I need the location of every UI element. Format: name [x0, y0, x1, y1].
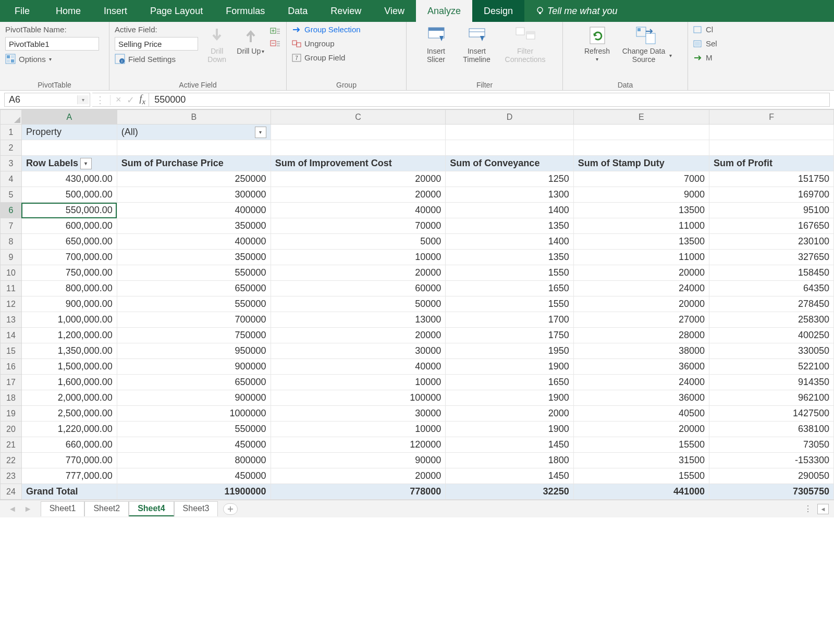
cell[interactable]: 1,000,000.00 [21, 312, 117, 328]
clear-button[interactable]: Cl [693, 25, 717, 34]
cell[interactable]: 230100 [709, 234, 834, 250]
cell[interactable]: 400000 [117, 203, 271, 218]
cell[interactable] [573, 140, 709, 156]
cell[interactable]: 27000 [573, 312, 709, 328]
col-head-C[interactable]: C [271, 110, 446, 125]
cell[interactable]: 24000 [573, 375, 709, 390]
cell[interactable]: 11900000 [117, 484, 271, 500]
cell[interactable]: 32250 [446, 484, 573, 500]
cell[interactable]: 30000 [271, 406, 446, 422]
cell[interactable]: 290050 [709, 468, 834, 484]
filter-dropdown-button[interactable]: ▾ [80, 158, 92, 169]
insert-timeline-button[interactable]: Insert Timeline [459, 25, 495, 64]
cell[interactable]: 10000 [271, 250, 446, 265]
cell[interactable]: 7305750 [709, 484, 834, 500]
cell[interactable]: 600,000.00 [21, 218, 117, 234]
row-head-10[interactable]: 10 [1, 265, 22, 281]
cell[interactable]: 5000 [271, 234, 446, 250]
move-button[interactable]: M [693, 53, 717, 62]
cell[interactable] [446, 125, 573, 140]
cell[interactable]: 900000 [117, 359, 271, 375]
cell[interactable]: 9000 [573, 187, 709, 203]
row-head-9[interactable]: 9 [1, 250, 22, 265]
tab-insert[interactable]: Insert [92, 0, 139, 22]
cell[interactable]: 750,000.00 [21, 265, 117, 281]
tab-review[interactable]: Review [319, 0, 373, 22]
cell[interactable]: Sum of Purchase Price [117, 156, 271, 171]
cell[interactable]: 40000 [271, 359, 446, 375]
row-head-12[interactable]: 12 [1, 296, 22, 312]
row-head-6[interactable]: 6 [1, 203, 22, 218]
cell[interactable]: 700,000.00 [21, 250, 117, 265]
sheet-tab-Sheet4[interactable]: Sheet4 [129, 501, 174, 516]
cell[interactable] [117, 140, 271, 156]
cell[interactable]: 151750 [709, 171, 834, 187]
tell-me[interactable]: Tell me what you [524, 0, 629, 22]
cell[interactable]: 36000 [573, 359, 709, 375]
cell[interactable]: 20000 [271, 265, 446, 281]
sheet-tab-Sheet1[interactable]: Sheet1 [41, 501, 85, 516]
tab-view[interactable]: View [373, 0, 416, 22]
cell[interactable]: 350000 [117, 218, 271, 234]
ungroup-button[interactable]: Ungroup [292, 39, 361, 48]
cell[interactable]: 1800 [446, 453, 573, 468]
cell[interactable]: 50000 [271, 296, 446, 312]
cell[interactable]: 36000 [573, 390, 709, 406]
cell[interactable] [271, 140, 446, 156]
row-head-11[interactable]: 11 [1, 281, 22, 296]
cell[interactable]: 15500 [573, 437, 709, 453]
pivottable-name-input[interactable]: PivotTable1 [5, 37, 99, 51]
sheet-tab-Sheet3[interactable]: Sheet3 [174, 501, 218, 516]
cell[interactable]: 20000 [271, 171, 446, 187]
cell[interactable]: 1950 [446, 343, 573, 359]
cell[interactable]: 550,000.00 [21, 203, 117, 218]
cell[interactable]: 1400 [446, 203, 573, 218]
cell[interactable]: 20000 [573, 296, 709, 312]
cell[interactable]: 15500 [573, 468, 709, 484]
cell[interactable]: (All)▾ [117, 125, 271, 140]
cell[interactable]: 10000 [271, 375, 446, 390]
cell[interactable]: 167650 [709, 218, 834, 234]
cell[interactable]: 1450 [446, 437, 573, 453]
cell[interactable]: 400000 [117, 234, 271, 250]
cell[interactable]: 300000 [117, 187, 271, 203]
cell[interactable]: 350000 [117, 250, 271, 265]
confirm-icon[interactable]: ✓ [127, 94, 134, 106]
cell[interactable]: 770,000.00 [21, 453, 117, 468]
cell[interactable]: Sum of Profit [709, 156, 834, 171]
cell[interactable]: 330050 [709, 343, 834, 359]
row-head-8[interactable]: 8 [1, 234, 22, 250]
expand-field-button[interactable] [269, 27, 281, 34]
tab-home[interactable]: Home [44, 0, 92, 22]
cell[interactable] [21, 140, 117, 156]
cell[interactable]: 650000 [117, 281, 271, 296]
row-head-1[interactable]: 1 [1, 125, 22, 140]
cell[interactable]: 2000 [446, 406, 573, 422]
row-head-7[interactable]: 7 [1, 218, 22, 234]
row-head-4[interactable]: 4 [1, 171, 22, 187]
cell[interactable]: 550000 [117, 265, 271, 281]
cancel-icon[interactable]: × [116, 94, 121, 105]
cell[interactable]: 31500 [573, 453, 709, 468]
cell[interactable]: 7000 [573, 171, 709, 187]
cell[interactable]: 120000 [271, 437, 446, 453]
cell[interactable]: 1,200,000.00 [21, 328, 117, 343]
col-head-F[interactable]: F [709, 110, 834, 125]
cell[interactable] [271, 125, 446, 140]
field-settings-button[interactable]: i Field Settings [115, 54, 198, 64]
sheet-nav-next[interactable]: ► [24, 504, 32, 514]
cell[interactable]: 73050 [709, 437, 834, 453]
cell[interactable]: 20000 [573, 265, 709, 281]
cell[interactable]: 20000 [573, 422, 709, 437]
cell[interactable]: 20000 [271, 328, 446, 343]
row-head-15[interactable]: 15 [1, 343, 22, 359]
cell[interactable]: 1350 [446, 218, 573, 234]
cell[interactable]: Sum of Stamp Duty [573, 156, 709, 171]
cell[interactable]: 13500 [573, 203, 709, 218]
cell[interactable]: 1,350,000.00 [21, 343, 117, 359]
cell[interactable]: 1250 [446, 171, 573, 187]
row-head-23[interactable]: 23 [1, 468, 22, 484]
cell[interactable]: 800000 [117, 453, 271, 468]
collapse-field-button[interactable] [269, 40, 281, 47]
cell[interactable]: 1300 [446, 187, 573, 203]
